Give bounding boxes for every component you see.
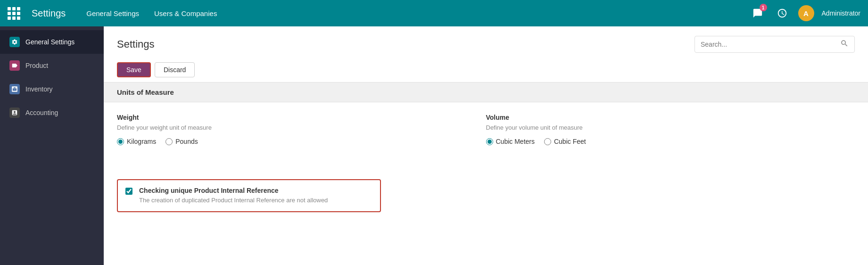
section-header: Units of Measure	[104, 82, 868, 102]
weight-pounds-radio[interactable]	[165, 138, 173, 145]
topbar-right: 1 A Administrator	[749, 5, 860, 22]
volume-setting-block: Volume Define your volume unit of measur…	[486, 114, 855, 157]
unique-ref-setting: Checking unique Product Internal Referen…	[117, 179, 381, 212]
gear-icon	[9, 37, 20, 47]
page-title: Settings	[117, 38, 155, 50]
volume-cubic-feet-label: Cubic Feet	[554, 138, 586, 145]
action-bar: Save Discard	[104, 58, 868, 82]
volume-cubic-meters-label: Cubic Meters	[496, 138, 535, 145]
sidebar-label-product: Product	[25, 62, 48, 69]
apps-menu-icon[interactable]	[8, 7, 20, 20]
sidebar-label-accounting: Accounting	[25, 109, 58, 116]
notifications-button[interactable]: 1	[749, 5, 766, 22]
top-nav: General Settings Users & Companies	[81, 7, 223, 20]
sidebar-item-accounting[interactable]: Accounting	[0, 101, 104, 124]
volume-cubic-feet-radio[interactable]	[544, 138, 551, 145]
section-title: Units of Measure	[117, 88, 174, 96]
volume-desc: Define your volume unit of measure	[486, 124, 844, 131]
sidebar-item-general-settings[interactable]: General Settings	[0, 30, 104, 54]
topbar: Settings General Settings Users & Compan…	[0, 0, 868, 26]
weight-setting-block: Weight Define your weight unit of measur…	[117, 114, 486, 157]
notification-badge: 1	[760, 4, 767, 11]
sidebar: General Settings Product Inventory Accou…	[0, 26, 104, 265]
weight-kilograms-radio[interactable]	[117, 138, 124, 145]
weight-desc: Define your weight unit of measure	[117, 124, 475, 131]
volume-radio-group: Cubic Meters Cubic Feet	[486, 138, 844, 145]
settings-header: Settings	[104, 26, 868, 58]
save-button[interactable]: Save	[117, 62, 151, 77]
weight-title: Weight	[117, 114, 475, 121]
sidebar-label-inventory: Inventory	[25, 85, 53, 93]
nav-users-companies[interactable]: Users & Companies	[149, 7, 223, 20]
clock-button[interactable]	[774, 5, 791, 22]
admin-name[interactable]: Administrator	[822, 9, 860, 17]
checkbox-item-wrapper: Checking unique Product Internal Referen…	[104, 168, 868, 224]
weight-radio-group: Kilograms Pounds	[117, 138, 475, 145]
settings-grid: Weight Define your weight unit of measur…	[104, 102, 868, 168]
discard-button[interactable]: Discard	[155, 62, 195, 77]
search-input[interactable]	[701, 41, 840, 48]
search-bar	[694, 36, 855, 53]
avatar[interactable]: A	[798, 5, 814, 21]
box-icon	[9, 84, 20, 94]
unique-ref-checkbox[interactable]	[125, 188, 132, 195]
weight-kilograms-option[interactable]: Kilograms	[117, 138, 156, 145]
volume-cubic-meters-radio[interactable]	[486, 138, 493, 145]
unique-ref-desc: The creation of duplicated Product Inter…	[139, 196, 328, 205]
sidebar-item-product[interactable]: Product	[0, 54, 104, 77]
volume-cubic-feet-option[interactable]: Cubic Feet	[544, 138, 586, 145]
unique-ref-title: Checking unique Product Internal Referen…	[139, 187, 328, 194]
tag-icon	[9, 60, 20, 71]
weight-pounds-option[interactable]: Pounds	[165, 138, 198, 145]
app-title: Settings	[32, 8, 66, 19]
search-icon[interactable]	[840, 39, 849, 50]
volume-title: Volume	[486, 114, 844, 121]
volume-cubic-meters-option[interactable]: Cubic Meters	[486, 138, 535, 145]
sidebar-label-general: General Settings	[25, 38, 74, 46]
nav-general-settings[interactable]: General Settings	[81, 7, 145, 20]
content-wrapper: General Settings Product Inventory Accou…	[0, 26, 868, 265]
main-area: Settings Save Discard Units of Measure W…	[104, 26, 868, 265]
weight-pounds-label: Pounds	[175, 138, 198, 145]
weight-kilograms-label: Kilograms	[127, 138, 156, 145]
sidebar-item-inventory[interactable]: Inventory	[0, 77, 104, 101]
ledger-icon	[9, 108, 20, 118]
unique-ref-content: Checking unique Product Internal Referen…	[139, 187, 328, 205]
